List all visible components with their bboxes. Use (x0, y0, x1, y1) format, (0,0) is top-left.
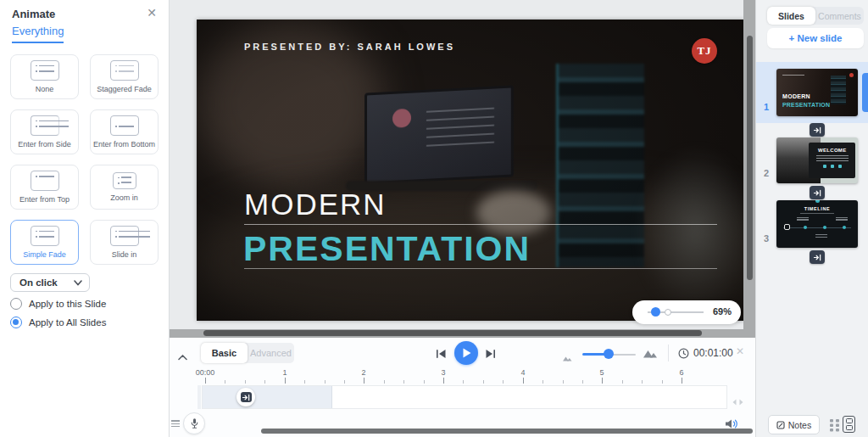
ruler-label: 3 (431, 368, 456, 377)
slide-divider-line (244, 224, 717, 225)
animation-option-zoom-in[interactable]: Zoom in (90, 165, 159, 210)
tab-comments[interactable]: Comments (815, 7, 864, 25)
ruler-label: 00:00 (192, 368, 218, 377)
tab-basic[interactable]: Basic (201, 343, 248, 363)
zoom-control: 69% (632, 300, 741, 324)
slide-thumbnail-3[interactable]: TIMELINE (776, 200, 858, 248)
slide-transition-button-2[interactable] (810, 186, 825, 199)
divider (668, 345, 669, 361)
ruler-label: 6 (669, 368, 694, 377)
slide-thumbnail-1[interactable]: MODERN PRESENTATION (776, 69, 858, 116)
tj-logo[interactable]: TJ (692, 38, 717, 64)
slides-panel-tabs: Slides Comments (767, 7, 864, 25)
menu-icon[interactable] (171, 420, 180, 427)
radio-unselected-icon (10, 298, 22, 310)
slide-transition-button-3[interactable] (810, 250, 825, 264)
tab-advanced[interactable]: Advanced (248, 343, 294, 363)
ruler-label: 5 (589, 368, 615, 377)
transition-icon (241, 392, 252, 402)
animation-option-none[interactable]: None (10, 54, 79, 99)
slides-panel: Slides Comments + New slide 1 MODERN PRE… (755, 0, 868, 437)
timeline-mode-tabs: Basic Advanced (201, 343, 294, 363)
notes-label: Notes (788, 420, 811, 430)
slide-title-line2[interactable]: PRESENTATION (243, 229, 531, 269)
animation-enter-from-bottom-icon (110, 115, 139, 136)
slide-number-1: 1 (764, 102, 769, 112)
microphone-icon (190, 417, 199, 429)
skip-back-icon[interactable] (436, 347, 447, 362)
chevron-up-icon[interactable] (178, 349, 187, 364)
canvas-horizontal-scrollbar-thumb[interactable] (203, 330, 702, 336)
animation-staggered-fade-icon (110, 60, 139, 81)
ruler-label: 1 (272, 368, 298, 377)
timeline-zoom-out-icon[interactable] (562, 350, 572, 365)
microphone-button[interactable] (183, 412, 205, 434)
timeline-duration: 00:01:00 (693, 347, 733, 359)
zoom-slider-handle[interactable] (651, 307, 660, 317)
slide-number-2: 2 (764, 168, 769, 178)
animation-zoom-in-icon (113, 172, 136, 189)
slide-number-3: 3 (764, 233, 769, 244)
presentation-editor: Animate ✕ Everything None Staggered Fade… (0, 0, 868, 437)
ruler-major-ticks (205, 378, 688, 384)
timeline-horizontal-scrollbar-thumb[interactable] (261, 429, 753, 434)
transition-icon (814, 189, 821, 197)
timeline-slide-segment[interactable] (203, 386, 332, 408)
slide-transition-button-1[interactable] (810, 123, 825, 137)
slide-canvas[interactable]: PRESENTED BY: SARAH LOWES TJ MODERN PRES… (197, 20, 744, 321)
animation-enter-from-top-icon (31, 171, 59, 191)
animation-option-slide-in[interactable]: Slide in (90, 220, 159, 265)
notes-icon (776, 421, 785, 429)
animation-option-staggered-fade[interactable]: Staggered Fade (90, 54, 159, 99)
animation-simple-fade-icon (31, 226, 59, 246)
apply-to-all-slides-option[interactable]: Apply to All Slides (10, 317, 106, 328)
timeline-track[interactable] (202, 385, 727, 409)
slide-title-line1[interactable]: MODERN (244, 188, 387, 221)
apply-to-this-slide-option[interactable]: Apply to this Slide (10, 298, 106, 310)
animate-panel: Animate ✕ Everything None Staggered Fade… (0, 0, 170, 437)
animation-option-enter-from-bottom[interactable]: Enter from Bottom (90, 109, 159, 154)
radio-selected-icon (10, 317, 22, 328)
skip-forward-icon[interactable] (485, 347, 496, 362)
timeline-zoom-in-icon[interactable] (643, 346, 658, 361)
tab-everything[interactable]: Everything (12, 25, 64, 43)
timeline-close-icon[interactable]: ✕ (736, 345, 744, 357)
play-button[interactable] (454, 341, 478, 365)
animation-slide-in-icon (110, 226, 139, 246)
new-slide-button[interactable]: + New slide (767, 28, 864, 48)
transition-icon (814, 126, 821, 134)
slide-thumbnail-2[interactable]: WELCOME (776, 137, 858, 183)
animation-options-grid: None Staggered Fade Enter from Side Ente… (10, 54, 161, 265)
clock-icon (678, 347, 689, 362)
animation-enter-from-side-icon (31, 115, 59, 136)
thumbnail-logo-dot (849, 73, 854, 77)
selected-slide-indicator (862, 73, 868, 112)
ruler-label: 4 (510, 368, 536, 377)
close-icon[interactable]: ✕ (147, 6, 157, 20)
slide-dark-overlay (197, 20, 744, 321)
drag-handle-icon[interactable] (732, 394, 743, 409)
timeline-zoom-slider-handle[interactable] (604, 349, 614, 359)
list-view-icon[interactable] (843, 416, 855, 433)
timeline-panel: Basic Advanced 00:01:00 ✕ 00:00 1 2 3 (170, 338, 755, 437)
tab-slides[interactable]: Slides (767, 7, 815, 25)
notes-button[interactable]: Notes (768, 415, 820, 434)
trigger-dropdown-value: On click (19, 277, 74, 288)
animation-option-enter-from-side[interactable]: Enter from Side (10, 109, 79, 154)
animation-option-enter-from-top[interactable]: Enter from Top (10, 165, 79, 210)
play-icon (462, 348, 471, 358)
ruler-label: 2 (351, 368, 376, 377)
trigger-dropdown[interactable]: On click (10, 273, 90, 292)
grid-view-icon[interactable] (829, 418, 840, 436)
canvas-vertical-scrollbar-thumb[interactable] (747, 36, 753, 280)
animation-none-icon (31, 60, 59, 81)
transition-icon (814, 254, 821, 261)
timeline-track-lead (198, 385, 201, 409)
animation-option-simple-fade[interactable]: Simple Fade (10, 220, 79, 265)
zoom-percent-value: 69% (713, 306, 732, 317)
animate-panel-title: Animate (12, 8, 55, 20)
chevron-down-icon (74, 280, 82, 286)
timeline-transition-button[interactable] (236, 388, 255, 406)
slide-presented-by-text[interactable]: PRESENTED BY: SARAH LOWES (244, 42, 455, 52)
slide-divider-line (244, 268, 717, 269)
